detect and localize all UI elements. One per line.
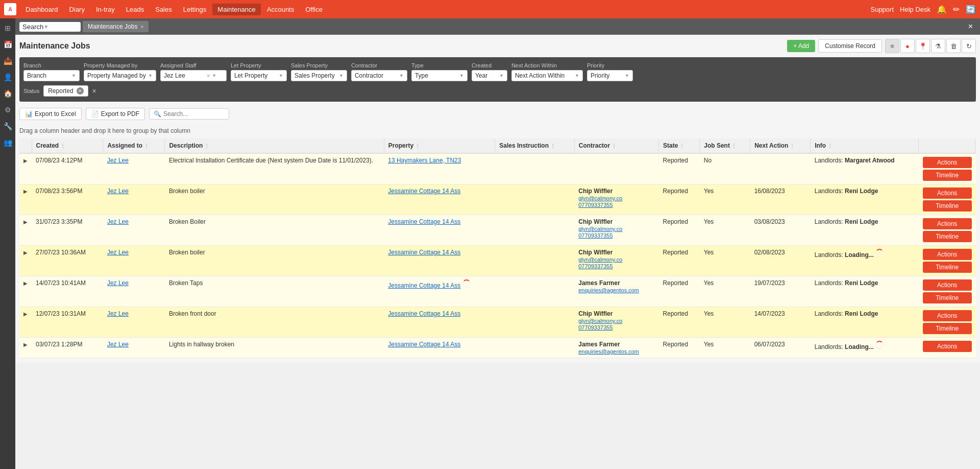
col-job-sent[interactable]: Job Sent ⋮ xyxy=(700,138,750,153)
col-contractor[interactable]: Contractor ⋮ xyxy=(574,138,658,153)
actions-button[interactable]: Actions xyxy=(923,279,972,291)
timeline-button[interactable]: Timeline xyxy=(923,323,972,334)
contractor-select-input[interactable]: Contractor xyxy=(355,72,397,79)
contractor-email-link[interactable]: enquiries@agentos.com xyxy=(578,287,654,293)
row-expand-icon[interactable]: ▶ xyxy=(23,158,28,163)
tab-maintenance-jobs[interactable]: Maintenance Jobs × xyxy=(83,21,149,32)
next-action-select[interactable]: Next Action Within ▼ xyxy=(511,70,583,81)
row-expand-icon[interactable]: ▶ xyxy=(23,189,28,194)
property-managed-select[interactable]: Property Managed by ▼ xyxy=(84,70,156,81)
next-action-select-input[interactable]: Next Action Within xyxy=(515,72,573,79)
property-link[interactable]: Jessamine Cottage 14 Ass xyxy=(388,249,460,256)
refresh-icon[interactable]: 🔄 xyxy=(966,5,976,14)
contractor-phone-link[interactable]: 07709337355 xyxy=(578,202,654,208)
sidebar-icon-leads[interactable]: 👤 xyxy=(2,72,13,83)
actions-button[interactable]: Actions xyxy=(923,157,972,168)
actions-button[interactable]: Actions xyxy=(923,249,972,260)
assigned-to-link[interactable]: Jez Lee xyxy=(107,310,129,317)
property-link[interactable]: Jessamine Cottage 14 Ass xyxy=(388,282,460,289)
col-state[interactable]: State ⋮ xyxy=(659,138,700,153)
property-link[interactable]: Jessamine Cottage 14 Ass xyxy=(388,187,460,195)
contractor-email-link[interactable]: glyn@calmony.co xyxy=(578,318,654,324)
created-select[interactable]: Year ▼ xyxy=(472,70,507,81)
timeline-button[interactable]: Timeline xyxy=(923,292,972,303)
sidebar-icon-settings[interactable]: ⚙ xyxy=(2,104,13,115)
property-link[interactable]: Jessamine Cottage 14 Ass xyxy=(388,310,460,317)
assigned-staff-input[interactable] xyxy=(164,72,205,79)
status-clear-button[interactable]: × xyxy=(92,87,96,95)
created-select-input[interactable]: Year xyxy=(475,72,497,79)
contractor-phone-link[interactable]: 07709337355 xyxy=(578,263,654,269)
contractor-email-link[interactable]: glyn@calmony.co xyxy=(578,226,654,232)
view-trash-button[interactable]: 🗑 xyxy=(946,39,961,53)
nav-sales[interactable]: Sales xyxy=(150,4,177,15)
property-link[interactable]: Jessamine Cottage 14 Ass xyxy=(388,218,460,225)
assigned-to-link[interactable]: Jez Lee xyxy=(107,249,129,256)
actions-button[interactable]: Actions xyxy=(923,341,972,352)
contractor-select[interactable]: Contractor ▼ xyxy=(351,70,407,81)
nav-leads[interactable]: Leads xyxy=(121,4,149,15)
contractor-phone-link[interactable]: 07709337355 xyxy=(578,232,654,239)
search-box[interactable]: Search ▼ xyxy=(19,22,81,32)
type-select[interactable]: Type ▼ xyxy=(411,70,468,81)
view-list-button[interactable]: ≡ xyxy=(885,39,899,53)
timeline-button[interactable]: Timeline xyxy=(923,262,972,273)
sidebar-icon-maintenance[interactable]: 🔧 xyxy=(2,121,13,132)
sidebar-icon-home[interactable]: 🏠 xyxy=(2,88,13,99)
row-expand-icon[interactable]: ▶ xyxy=(23,219,28,225)
bell-icon[interactable]: 🔔 xyxy=(937,5,947,14)
inline-search-input[interactable] xyxy=(163,110,225,118)
nav-diary[interactable]: Diary xyxy=(64,4,90,15)
priority-select[interactable]: Priority ▼ xyxy=(587,70,633,81)
add-button[interactable]: + Add xyxy=(787,40,815,52)
row-expand-icon[interactable]: ▶ xyxy=(23,280,28,286)
row-expand-icon[interactable]: ▶ xyxy=(23,250,28,255)
row-expand-icon[interactable]: ▶ xyxy=(23,342,28,347)
priority-select-input[interactable]: Priority xyxy=(591,72,623,79)
row-expand-icon[interactable]: ▶ xyxy=(23,311,28,317)
assigned-to-link[interactable]: Jez Lee xyxy=(107,341,129,348)
actions-button[interactable]: Actions xyxy=(923,310,972,321)
export-excel-button[interactable]: 📊 Export to Excel xyxy=(19,108,82,120)
col-description[interactable]: Description ⋮ xyxy=(165,138,384,153)
status-badge-remove[interactable]: ✕ xyxy=(77,87,84,95)
sidebar-icon-dashboard[interactable]: ⊞ xyxy=(2,22,13,34)
branch-select-input[interactable]: Branch xyxy=(27,72,69,79)
actions-button[interactable]: Actions xyxy=(923,218,972,229)
helpdesk-label[interactable]: Help Desk xyxy=(900,6,930,13)
property-managed-select-input[interactable]: Property Managed by xyxy=(87,72,146,79)
let-property-select-input[interactable]: Let Property xyxy=(234,72,277,79)
export-pdf-button[interactable]: 📄 Export to PDF xyxy=(86,108,145,120)
actions-button[interactable]: Actions xyxy=(923,187,972,199)
contractor-phone-link[interactable]: 07709337355 xyxy=(578,324,654,331)
let-property-select[interactable]: Let Property ▼ xyxy=(231,70,287,81)
nav-accounts[interactable]: Accounts xyxy=(262,4,299,15)
view-map-button[interactable]: 📍 xyxy=(916,39,930,53)
col-next-action[interactable]: Next Action ⋮ xyxy=(750,138,811,153)
type-select-input[interactable]: Type xyxy=(415,72,457,79)
sidebar-icon-calendar[interactable]: 📅 xyxy=(2,39,13,50)
view-filter-button[interactable]: ⚗ xyxy=(931,39,945,53)
col-sales-instruction[interactable]: Sales Instruction ⋮ xyxy=(495,138,574,153)
assigned-to-link[interactable]: Jez Lee xyxy=(107,187,129,195)
nav-lettings[interactable]: Lettings xyxy=(178,4,212,15)
sales-property-select[interactable]: Sales Property ▼ xyxy=(291,70,347,81)
view-refresh-button[interactable]: ↻ xyxy=(962,39,976,53)
tab-close-icon[interactable]: × xyxy=(140,24,143,30)
assigned-staff-clear[interactable]: × xyxy=(207,73,210,79)
sales-property-select-input[interactable]: Sales Property xyxy=(295,72,337,79)
sidebar-icon-intray[interactable]: 📥 xyxy=(2,55,13,66)
property-link[interactable]: Jessamine Cottage 14 Ass xyxy=(388,341,460,348)
nav-dashboard[interactable]: Dashboard xyxy=(20,4,63,15)
timeline-button[interactable]: Timeline xyxy=(923,231,972,242)
nav-maintenance[interactable]: Maintenance xyxy=(212,4,260,15)
contractor-email-link[interactable]: glyn@calmony.co xyxy=(578,195,654,201)
assigned-to-link[interactable]: Jez Lee xyxy=(107,279,129,287)
assigned-to-link[interactable]: Jez Lee xyxy=(107,157,129,164)
customise-record-button[interactable]: Customise Record xyxy=(818,39,882,53)
col-info[interactable]: Info ⋮ xyxy=(811,138,919,153)
support-button[interactable]: ❓ Support xyxy=(860,6,894,13)
timeline-button[interactable]: Timeline xyxy=(923,200,972,212)
contractor-email-link[interactable]: enquiries@agentos.com xyxy=(578,348,654,355)
edit-icon[interactable]: ✏ xyxy=(953,5,960,14)
